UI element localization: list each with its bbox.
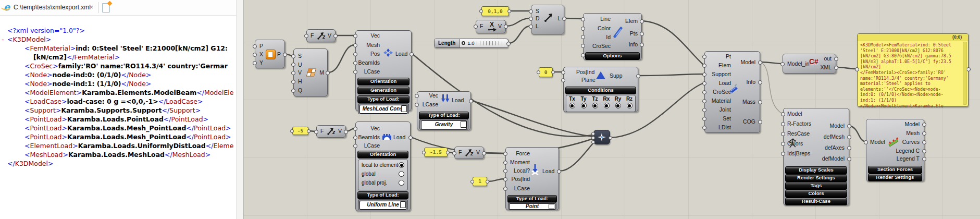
section-bar-type-of-load[interactable]: Type of Load:: [357, 191, 408, 199]
mesh-plane-component[interactable]: S U V H Q M: [293, 48, 328, 96]
unit-z-component[interactable]: F V z: [454, 147, 484, 159]
dof-ry[interactable]: Ry: [612, 95, 624, 112]
port-nub[interactable]: [758, 100, 762, 104]
port-nub[interactable]: [847, 157, 851, 161]
unit-z-component[interactable]: F V z: [316, 125, 346, 138]
port-nub[interactable]: [529, 25, 533, 29]
xml-pane-scrollbar[interactable]: [236, 0, 244, 219]
port-nub[interactable]: [640, 19, 644, 23]
port-nub[interactable]: [640, 32, 644, 36]
slider-track[interactable]: 1.0: [460, 39, 508, 47]
option-local-to-element[interactable]: local to element: [362, 161, 405, 169]
port-nub[interactable]: [291, 89, 295, 93]
section-bar-render-settings[interactable]: Render Settings: [785, 174, 847, 182]
assemble-model-component[interactable]: Pt Elem Support Load CroSec Material Joi…: [704, 51, 760, 133]
port-nub[interactable]: [253, 44, 257, 48]
section-bar-result-case[interactable]: Result-Case: [785, 198, 847, 205]
section-bar-tags[interactable]: Tags: [785, 182, 847, 190]
port-nub[interactable]: [290, 129, 294, 133]
radio-selected[interactable]: [615, 103, 621, 108]
port-nub[interactable]: [922, 140, 926, 144]
checkbox[interactable]: [549, 204, 554, 209]
unit-z-component[interactable]: F V z: [306, 29, 336, 42]
browser-tab-title[interactable]: C:\temp\tests\xmlexport.xml: [14, 0, 91, 15]
port-nub[interactable]: [847, 124, 851, 128]
port-nub[interactable]: [408, 136, 413, 140]
port-nub[interactable]: [291, 80, 295, 84]
port-nub[interactable]: [922, 123, 926, 127]
port-nub[interactable]: [474, 25, 478, 29]
port-nub[interactable]: [333, 34, 338, 38]
port-nub[interactable]: [758, 60, 762, 65]
radio-selected[interactable]: [604, 103, 610, 108]
section-bar-orientation[interactable]: Orientation: [357, 151, 408, 159]
panel-scrollbar[interactable]: [963, 42, 967, 105]
port-nub[interactable]: [640, 43, 644, 47]
port-nub[interactable]: [529, 9, 533, 14]
port-nub[interactable]: [847, 146, 851, 150]
port-nub[interactable]: [855, 67, 859, 71]
radio-selected[interactable]: [592, 103, 598, 108]
port-nub[interactable]: [304, 34, 308, 38]
port-nub[interactable]: [470, 180, 474, 184]
option-global[interactable]: global: [362, 170, 405, 178]
panel-minus1-5[interactable]: -1.5: [424, 148, 448, 157]
radio-selected[interactable]: [399, 162, 404, 168]
port-nub[interactable]: [562, 17, 566, 21]
port-nub[interactable]: [922, 131, 926, 136]
section-bar-generation[interactable]: Generation: [357, 87, 410, 94]
csharp-script-component[interactable]: Model_in C# out XML: [783, 54, 836, 74]
port-nub[interactable]: [758, 80, 762, 84]
panel-minus5[interactable]: -5: [292, 127, 308, 135]
port-nub[interactable]: [781, 142, 785, 146]
port-nub[interactable]: [781, 122, 785, 126]
port-nub[interactable]: [469, 99, 473, 103]
radio[interactable]: [399, 171, 404, 177]
port-nub[interactable]: [636, 74, 640, 78]
section-bar-conditions[interactable]: Conditions: [565, 87, 636, 94]
radio-selected[interactable]: [581, 103, 587, 108]
port-nub[interactable]: [758, 120, 762, 124]
meshload-component[interactable]: Vec Mesh Pos BeamIds LCase Load Orientat…: [355, 30, 412, 111]
port-nub[interactable]: [551, 70, 555, 74]
dof-rz[interactable]: Rz: [624, 95, 635, 112]
load-type-value-box[interactable]: Gravity: [419, 119, 468, 130]
port-nub[interactable]: [291, 63, 295, 67]
port-nub[interactable]: [410, 52, 414, 56]
checkbox[interactable]: [401, 105, 407, 112]
section-bar-orientation[interactable]: Orientation: [357, 78, 410, 86]
section-bar-type-of-load[interactable]: Type of Load:: [507, 195, 557, 203]
port-nub[interactable]: [834, 57, 838, 61]
radio[interactable]: [399, 180, 404, 186]
line-sdl-component[interactable]: S D L L: [531, 5, 564, 34]
port-nub[interactable]: [561, 78, 565, 82]
unit-x-component[interactable]: F V X: [476, 20, 506, 33]
port-nub[interactable]: [781, 132, 785, 136]
point-component[interactable]: P X Y P: [255, 40, 285, 68]
uniform-line-load-component[interactable]: Vec BeamIds LCase Load Orientation local…: [355, 121, 411, 211]
port-nub[interactable]: [591, 140, 595, 144]
port-nub[interactable]: [283, 53, 287, 57]
port-nub[interactable]: [537, 70, 540, 74]
beam-view-component[interactable]: Model Model Mesh Curves Legend C Legend …: [866, 119, 924, 181]
radio-selected[interactable]: [627, 103, 632, 108]
port-nub[interactable]: [609, 136, 612, 140]
port-nub[interactable]: [561, 70, 565, 75]
port-nub[interactable]: [922, 157, 926, 161]
port-nub[interactable]: [780, 62, 785, 66]
model-view-component[interactable]: Model R-Factors ResCase Colors Ids|Breps…: [783, 108, 849, 205]
gravity-load-component[interactable]: Vec LCase Load Type of Load: Gravity: [417, 91, 471, 130]
dof-tx[interactable]: Tx: [566, 95, 578, 112]
port-nub[interactable]: [307, 129, 311, 133]
port-nub[interactable]: [847, 135, 851, 139]
xml-output-panel[interactable]: (0;0) <K3DModel><FemMaterial>ind: 0:Stee…: [857, 33, 969, 107]
panel-one[interactable]: 1: [473, 177, 487, 186]
port-nub[interactable]: [966, 67, 971, 71]
section-bar-colors[interactable]: Colors: [785, 190, 847, 198]
port-nub[interactable]: [422, 151, 426, 154]
port-nub[interactable]: [479, 9, 483, 13]
port-nub[interactable]: [557, 169, 561, 174]
section-bar-render-settings[interactable]: Render Settings: [868, 174, 922, 181]
port-nub[interactable]: [504, 25, 508, 29]
load-type-value-box[interactable]: Point: [508, 202, 556, 210]
